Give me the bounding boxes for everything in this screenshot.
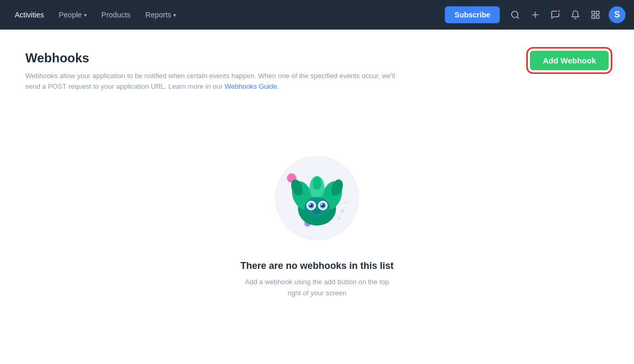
nav-reports-label: Reports bbox=[145, 11, 171, 19]
nav-people-label: People bbox=[59, 11, 82, 19]
page-info: Webhooks Webhooks allow your application… bbox=[25, 51, 406, 91]
svg-line-1 bbox=[517, 16, 518, 18]
empty-state-title: There are no webhooks in this list bbox=[240, 260, 394, 272]
svg-point-11 bbox=[341, 210, 344, 213]
svg-point-13 bbox=[338, 217, 341, 220]
notifications-button[interactable] bbox=[566, 7, 584, 23]
search-icon bbox=[510, 10, 520, 20]
svg-point-20 bbox=[313, 177, 321, 190]
svg-rect-7 bbox=[596, 16, 599, 18]
subscribe-button[interactable]: Subscribe bbox=[445, 6, 500, 23]
page-description: Webhooks allow your application to be no… bbox=[25, 71, 406, 91]
grid-button[interactable] bbox=[586, 7, 604, 23]
navbar: Activities People ▾ Products Reports ▾ S… bbox=[0, 0, 634, 30]
chat-button[interactable] bbox=[546, 7, 564, 23]
nav-people[interactable]: People ▾ bbox=[52, 6, 93, 23]
webhooks-guide-link[interactable]: Webhooks Guide. bbox=[225, 82, 279, 90]
nav-products[interactable]: Products bbox=[95, 6, 137, 23]
avatar[interactable]: S bbox=[609, 6, 626, 23]
nav-reports[interactable]: Reports ▾ bbox=[139, 6, 182, 23]
empty-state: There are no webhooks in this list Add a… bbox=[25, 108, 609, 299]
svg-point-12 bbox=[345, 201, 347, 203]
nav-activities[interactable]: Activities bbox=[8, 6, 50, 23]
svg-rect-4 bbox=[592, 11, 594, 14]
page-title: Webhooks bbox=[25, 51, 406, 66]
notification-badge bbox=[557, 9, 561, 13]
chevron-down-icon: ▾ bbox=[84, 12, 87, 18]
grid-icon bbox=[591, 10, 600, 20]
svg-rect-6 bbox=[592, 16, 594, 18]
svg-point-30 bbox=[313, 209, 321, 214]
main-content: Webhooks Webhooks allow your application… bbox=[0, 30, 634, 364]
empty-state-subtitle: Add a webhook using the add button on th… bbox=[245, 277, 389, 299]
svg-point-29 bbox=[321, 204, 323, 206]
add-webhook-button[interactable]: Add Webhook bbox=[530, 51, 609, 70]
empty-illustration bbox=[264, 140, 370, 246]
svg-point-25 bbox=[310, 204, 311, 206]
svg-rect-5 bbox=[596, 11, 599, 14]
bell-icon bbox=[571, 10, 580, 20]
page-header: Webhooks Webhooks allow your application… bbox=[25, 51, 609, 91]
plus-icon bbox=[530, 10, 540, 20]
add-button[interactable] bbox=[526, 7, 544, 23]
search-button[interactable] bbox=[506, 7, 524, 23]
chevron-down-icon: ▾ bbox=[173, 12, 176, 18]
